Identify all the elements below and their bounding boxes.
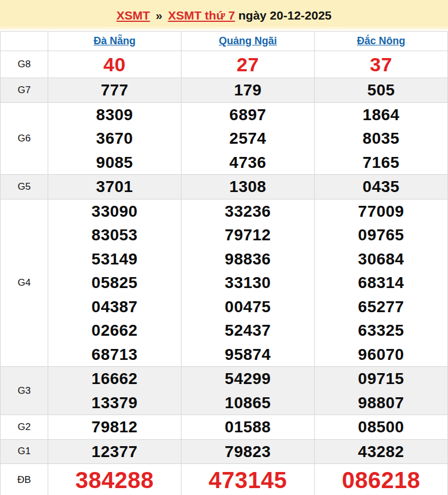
prize-cell: 3701: [48, 175, 181, 199]
prize-row-g8: G8402737: [1, 51, 448, 78]
prize-cell: 33236797129883633130004755243795874: [181, 199, 315, 367]
prize-cell: 27: [181, 51, 315, 78]
prize-number: 05825: [48, 271, 181, 295]
prize-number: 98836: [181, 247, 314, 271]
prize-number: 10865: [181, 391, 314, 415]
prize-row-g4: G433090830535314905825043870266268713332…: [1, 199, 448, 367]
prize-label: G5: [1, 175, 48, 199]
prize-number: 777: [48, 78, 181, 102]
prize-number: 53149: [48, 247, 181, 271]
prize-cell: 473145: [181, 464, 315, 495]
prize-cell: 689725744736: [181, 102, 315, 175]
prize-cell: 179: [181, 78, 315, 103]
prize-number: 79823: [181, 440, 314, 464]
prize-number: 13379: [48, 391, 181, 415]
prize-cell: 33090830535314905825043870266268713: [48, 199, 181, 367]
prize-number: 2574: [181, 126, 314, 151]
prize-number: 68713: [48, 343, 181, 367]
prize-cell: 1666213379: [48, 367, 181, 415]
prize-number: 02662: [48, 319, 181, 343]
prize-cell: 08500: [315, 415, 448, 440]
prize-number: 37: [315, 51, 447, 78]
prize-number: 01588: [181, 415, 314, 439]
prize-number: 0435: [315, 175, 447, 199]
prize-number: 384288: [48, 464, 181, 495]
prize-label: G4: [1, 199, 48, 367]
prize-number: 7165: [315, 151, 447, 175]
prize-number: 40: [48, 51, 181, 78]
prize-label: G6: [1, 102, 48, 175]
prize-number: 086218: [315, 464, 447, 495]
prize-number: 77009: [315, 199, 447, 224]
prize-number: 30684: [315, 247, 447, 271]
prize-number: 96070: [315, 343, 447, 367]
prize-number: 43282: [315, 440, 447, 464]
province-link-quang-ngai[interactable]: Quảng Ngãi: [219, 35, 277, 47]
prize-number: 16662: [48, 367, 181, 391]
prize-number: 09715: [315, 367, 447, 391]
prize-label: G1: [1, 439, 48, 464]
prize-cell: 777: [48, 78, 181, 103]
breadcrumb-xsmt-link[interactable]: XSMT: [117, 9, 150, 22]
prize-number: 63325: [315, 319, 447, 343]
prize-cell: 1308: [181, 175, 315, 199]
prize-number: 6897: [181, 103, 314, 127]
prize-row-g5: G5370113080435: [1, 175, 448, 199]
prize-cell: 12377: [48, 439, 181, 464]
prize-number: 95874: [181, 343, 314, 367]
prize-number: 9085: [48, 151, 181, 175]
prize-number: 505: [315, 78, 447, 102]
prize-number: 65277: [315, 295, 447, 319]
prize-number: 3701: [48, 175, 181, 199]
prize-cell: 79823: [181, 439, 315, 464]
prize-number: 33236: [181, 199, 314, 224]
breadcrumb-xsmt-day-link[interactable]: XSMT thứ 7: [168, 9, 235, 22]
column-header-row: Đà Nẵng Quảng Ngãi Đắc Nông: [1, 32, 448, 51]
prize-number: 52437: [181, 319, 314, 343]
prize-label: G2: [1, 415, 48, 440]
prize-number: 09765: [315, 223, 447, 247]
prize-cell: 43282: [315, 439, 448, 464]
prize-row-g6: G6830936709085689725744736186480357165: [1, 102, 448, 175]
prize-cell: 186480357165: [315, 102, 448, 175]
prize-cell: 505: [315, 78, 448, 103]
prize-number: 4736: [181, 151, 314, 175]
prize-number: 79812: [48, 415, 181, 439]
prize-number: 12377: [48, 440, 181, 464]
prize-label: ĐB: [1, 464, 48, 495]
prize-cell: 0971598807: [315, 367, 448, 415]
prize-cell: 0435: [315, 175, 448, 199]
prize-row-đb: ĐB384288473145086218: [1, 464, 448, 495]
prize-row-g1: G1123777982343282: [1, 439, 448, 464]
prize-row-g7: G7777179505: [1, 78, 448, 103]
prize-cell: 01588: [181, 415, 315, 440]
prize-cell: 086218: [315, 464, 448, 495]
prize-number: 179: [181, 78, 314, 102]
prize-row-g3: G3166621337954299108650971598807: [1, 367, 448, 415]
prize-label: G8: [1, 51, 48, 78]
breadcrumb-separator: »: [156, 9, 163, 22]
prize-cell: 77009097653068468314652776332596070: [315, 199, 448, 367]
prize-number: 83053: [48, 223, 181, 247]
prize-number: 04387: [48, 295, 181, 319]
page-title: XSMT » XSMT thứ 7 ngày 20-12-2025: [117, 9, 332, 22]
prize-number: 08500: [315, 415, 447, 439]
prize-label: G7: [1, 78, 48, 103]
page-header: XSMT » XSMT thứ 7 ngày 20-12-2025: [0, 0, 448, 31]
prize-number: 3670: [48, 126, 181, 151]
prize-cell: 40: [48, 51, 181, 78]
prize-cell: 5429910865: [181, 367, 315, 415]
province-link-da-nang[interactable]: Đà Nẵng: [94, 35, 136, 47]
prize-number: 8309: [48, 103, 181, 127]
prize-label: G3: [1, 367, 48, 415]
prize-cell: 37: [315, 51, 448, 78]
prize-number: 33130: [181, 271, 314, 295]
column-header-quang-ngai: Quảng Ngãi: [181, 32, 315, 51]
prize-number: 27: [181, 51, 314, 78]
title-date: ngày 20-12-2025: [238, 9, 331, 22]
lottery-results-table: Đà Nẵng Quảng Ngãi Đắc Nông G8402737G777…: [0, 31, 448, 495]
prize-number: 68314: [315, 271, 447, 295]
prize-number: 8035: [315, 126, 447, 151]
prize-row-g2: G2798120158808500: [1, 415, 448, 440]
province-link-dac-nong[interactable]: Đắc Nông: [357, 35, 405, 47]
